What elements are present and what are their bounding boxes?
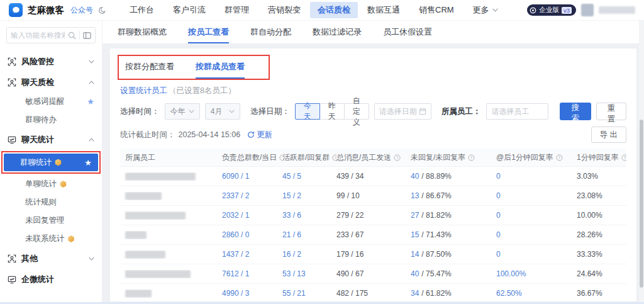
subtabs-annotation-box: 按群分配查看按群成员查看 [118,55,270,80]
star-icon[interactable]: ★ [84,158,92,167]
sidebar-item-label: 未回复管理 [25,215,65,226]
date-input[interactable] [379,107,419,116]
groups-total-link[interactable]: 6090 / 1 [222,172,249,181]
sidebar-item-stats-rules[interactable]: 统计规则 [0,193,102,211]
search-button[interactable]: 搜 索 [560,103,591,120]
vertical-scrollbar-track[interactable] [639,21,644,304]
cell-unreplied: 13 / 86.67% [411,191,496,200]
export-button[interactable]: 导 出 [591,127,626,143]
sidebar-group-chat-stats[interactable]: 聊天统计 [0,129,102,150]
unreplied-link[interactable]: 15 [411,230,419,239]
sidebar-item-group-chat-stats[interactable]: 群聊统计★ [4,154,98,171]
cell-one-min-rate: 3.03% [577,172,626,181]
sidebar-group-risk-control[interactable]: 风险管控 [0,51,102,72]
nav-item-workbench[interactable]: 工作台 [120,2,164,18]
groups-total-link[interactable]: 4990 / 3 [222,289,249,298]
active-reply-link[interactable]: 16 / 2 [282,250,301,259]
sidebar-item-label: 群聊待办 [25,115,57,125]
unreplied-link[interactable]: 34 [411,289,419,298]
sidebar-search[interactable] [6,27,96,43]
subtab-view-by-group-assign[interactable]: 按群分配查看 [125,61,174,79]
tab-group-data-overview[interactable]: 群聊数据概览 [118,21,167,43]
at-reply-rate-link[interactable]: 0 [496,172,501,181]
sidebar-item-group-todo[interactable]: 群聊待办 [0,111,102,129]
official-account-link[interactable]: 公众号 [70,5,93,16]
at-reply-rate-link[interactable]: 100.00% [496,269,526,278]
nav-item-group-management[interactable]: 群管理 [215,2,258,18]
at-reply-rate-link[interactable]: 0 [496,191,501,200]
cell-groups-total: 2860 / 0 [222,230,282,239]
info-icon[interactable]: ? [621,154,626,161]
vertical-scrollbar-thumb[interactable] [640,120,643,288]
info-icon[interactable]: ? [556,154,563,161]
month-select[interactable]: 4月 [205,103,240,120]
groups-total-link[interactable]: 2860 / 0 [222,230,249,239]
at-reply-rate-link[interactable]: 62.50% [496,289,522,298]
date-picker[interactable] [374,103,431,120]
date-quick-button-2[interactable]: 自定义 [344,103,369,120]
info-icon[interactable]: ? [468,154,475,161]
star-icon[interactable]: ★ [87,97,94,106]
active-reply-link[interactable]: 15 / 2 [282,191,301,200]
unreplied-link[interactable]: 40 [411,172,419,181]
unreplied-rate: / 61.82% [421,289,451,298]
page-tabs: 群聊数据概览按员工查看群自动分配数据过滤记录员工休假设置 [103,21,644,43]
active-reply-link[interactable]: 55 / 21 [282,289,306,298]
unreplied-rate: / 87.50% [421,250,451,259]
one-min-rate-value: 23.08% [577,191,602,200]
unreplied-link[interactable]: 14 [411,250,419,259]
nav-item-sales-crm[interactable]: 销售CRM [409,2,464,18]
subtab-view-by-group-member[interactable]: 按群成员查看 [196,61,245,79]
at-reply-rate-link[interactable]: 0 [496,250,501,259]
sidebar: 风险管控聊天质检敏感词提醒★群聊待办聊天统计群聊统计★单聊统计统计规则未回复管理… [0,21,103,304]
nav-item-customer-acquisition[interactable]: 客户引流 [164,2,215,18]
date-quick-button-0[interactable]: 今天 [295,103,320,120]
tab-group-auto-assign[interactable]: 群自动分配 [250,21,291,43]
groups-total-link[interactable]: 2032 / 1 [222,211,249,220]
nav-item-data-interop[interactable]: 数据互通 [358,2,409,18]
unreplied-link[interactable]: 13 [411,191,419,200]
groups-total-link[interactable]: 7612 / 1 [222,269,249,278]
cell-groups-total: 6090 / 1 [222,172,282,181]
reset-button[interactable]: 重 置 [596,103,626,120]
avatar[interactable] [581,4,594,16]
unreplied-link[interactable]: 40 [411,269,419,278]
groups-total-link[interactable]: 1437 / 2 [222,250,249,259]
sidebar-group-wecom-stats[interactable]: 企微统计 [0,269,102,290]
date-quick-button-1[interactable]: 昨天 [319,103,345,120]
sidebar-group-others[interactable]: 其他 [0,248,102,269]
staff-select[interactable] [486,103,548,120]
tab-data-filter-records[interactable]: 数据过滤记录 [313,21,362,43]
info-icon[interactable]: ? [394,154,401,161]
active-reply-link[interactable]: 21 / 6 [282,230,301,239]
staff-input[interactable] [492,107,543,116]
tab-staff-leave-settings[interactable]: 员工休假设置 [383,21,432,43]
collapse-sidebar-icon[interactable] [83,31,91,40]
sidebar-item-uncontacted-stats[interactable]: 未联系统计 [0,230,102,248]
year-select[interactable]: 今年 [165,103,200,120]
set-staff-link[interactable]: 设置统计员工 [120,86,167,96]
unreplied-link[interactable]: 27 [411,211,419,220]
cell-unreplied: 34 / 61.82% [411,289,496,298]
user-name-redacted[interactable] [599,6,635,14]
active-reply-link[interactable]: 53 / 13 [282,269,306,278]
refresh-link[interactable]: 更新 [247,130,272,140]
nav-item-more[interactable]: 更多 [464,2,508,18]
nav-item-marketing-fission[interactable]: 营销裂变 [258,2,310,18]
at-reply-rate-link[interactable]: 0 [496,230,501,239]
tab-view-by-staff[interactable]: 按员工查看 [188,21,229,43]
sidebar-item-unreplied-management[interactable]: 未回复管理 [0,211,102,230]
search-icon[interactable] [68,31,76,40]
groups-total-link[interactable]: 2337 / 2 [222,191,249,200]
sidebar-item-sensitive-words[interactable]: 敏感词提醒★ [0,93,102,111]
info-icon[interactable]: ? [332,154,336,161]
active-reply-link[interactable]: 33 / 6 [282,211,301,220]
nav-item-conversation-qc[interactable]: 会话质检 [310,2,358,18]
sidebar-item-single-chat-stats[interactable]: 单聊统计 [0,175,102,193]
dark-mode-icon[interactable] [98,6,106,14]
at-reply-rate-link[interactable]: 0 [496,211,501,220]
cell-unreplied: 40 / 75.47% [411,269,496,278]
search-input[interactable] [11,31,65,39]
sidebar-group-chat-qc[interactable]: 聊天质检 [0,72,102,93]
active-reply-link[interactable]: 45 / 5 [282,172,301,181]
